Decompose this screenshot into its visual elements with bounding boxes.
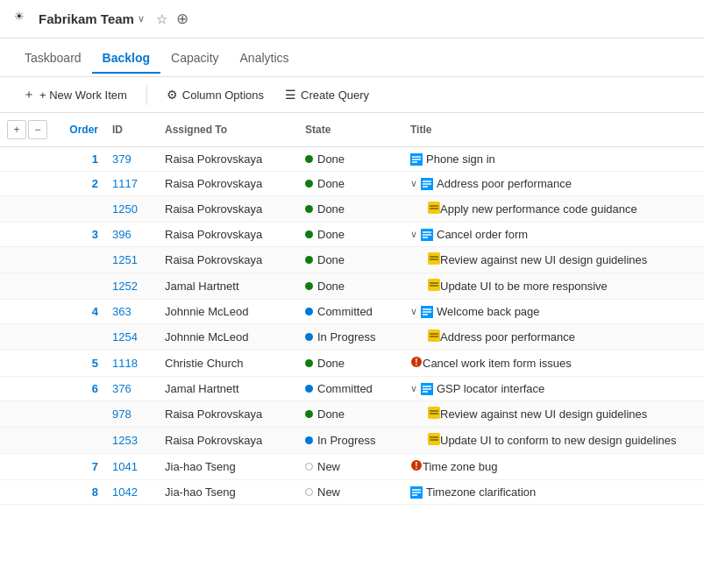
- cell-title: Update UI to conform to new design guide…: [403, 428, 704, 454]
- state-label: Done: [317, 407, 345, 421]
- cell-id[interactable]: 396: [105, 223, 158, 247]
- state-label: Done: [317, 357, 345, 370]
- cell-id[interactable]: 978: [105, 401, 158, 428]
- tab-taskboard[interactable]: Taskboard: [14, 42, 92, 74]
- expand-chevron-icon[interactable]: ∨: [410, 306, 417, 317]
- table-row: 6376Jamal HartnettCommitted∨GSP locator …: [0, 377, 704, 401]
- cell-id[interactable]: 1252: [105, 273, 158, 300]
- work-item-title-link[interactable]: Timezone clarification: [426, 485, 536, 499]
- work-item-id-link[interactable]: 1252: [112, 280, 138, 293]
- cell-order: [61, 324, 105, 351]
- cell-assigned-to: Johnnie McLeod: [158, 324, 298, 351]
- work-item-type-icon: [410, 486, 423, 499]
- expand-chevron-icon[interactable]: ∨: [410, 229, 417, 240]
- work-item-id-link[interactable]: 396: [112, 228, 132, 241]
- work-item-id-link[interactable]: 1253: [112, 434, 138, 447]
- work-item-title-link[interactable]: Update UI to conform to new design guide…: [440, 434, 677, 447]
- cell-assigned-to: Jamal Hartnett: [158, 377, 298, 401]
- work-item-type-icon: !: [410, 356, 423, 371]
- cell-id[interactable]: 1254: [105, 324, 158, 351]
- work-item-id-link[interactable]: 1118: [112, 357, 138, 370]
- work-item-id-link[interactable]: 376: [112, 382, 132, 395]
- column-options-label: Column Options: [182, 89, 264, 102]
- work-item-title-link[interactable]: Address poor performance: [437, 177, 572, 190]
- work-item-type-icon: [421, 306, 433, 318]
- cell-id[interactable]: 376: [105, 377, 158, 401]
- work-item-id-link[interactable]: 1251: [112, 253, 138, 266]
- expand-chevron-icon[interactable]: ∨: [410, 178, 417, 189]
- column-options-button[interactable]: ⚙ Column Options: [158, 83, 273, 106]
- work-item-title-link[interactable]: Review against new UI design guidelines: [440, 407, 647, 421]
- cell-id[interactable]: 379: [105, 147, 158, 172]
- work-item-id-link[interactable]: 1042: [112, 485, 138, 499]
- expand-all-button[interactable]: +: [7, 120, 26, 139]
- work-item-title-link[interactable]: Welcome back page: [437, 305, 540, 318]
- cell-id[interactable]: 1250: [105, 196, 158, 223]
- row-toggle-cell: [0, 454, 61, 480]
- col-header-assigned: Assigned To: [158, 113, 298, 147]
- state-dot-icon: [305, 385, 313, 393]
- new-work-item-button[interactable]: ＋ + New Work Item: [14, 82, 136, 107]
- table-row: 51118Christie ChurchDone!Cancel work ite…: [0, 351, 704, 377]
- work-item-type-icon: [428, 202, 440, 216]
- work-item-type-icon: [428, 252, 440, 267]
- work-item-title-link[interactable]: Phone sign in: [426, 152, 495, 166]
- favorite-star-icon[interactable]: ☆: [156, 11, 167, 27]
- work-item-title-link[interactable]: GSP locator interface: [437, 382, 544, 395]
- work-item-type-icon: [428, 407, 440, 422]
- cell-state: New: [298, 454, 403, 480]
- work-item-id-link[interactable]: 1117: [112, 177, 138, 190]
- work-item-title-link[interactable]: Apply new performance code guidance: [440, 202, 637, 216]
- table-row: 1250Raisa PokrovskayaDoneApply new perfo…: [0, 196, 704, 223]
- create-query-button[interactable]: ☰ Create Query: [276, 83, 378, 106]
- state-label: In Progress: [317, 434, 375, 447]
- tab-capacity[interactable]: Capacity: [160, 42, 229, 74]
- cell-id[interactable]: 1041: [105, 454, 158, 480]
- add-member-icon[interactable]: ⊕: [176, 10, 188, 28]
- collapse-all-button[interactable]: −: [28, 120, 47, 139]
- state-label: In Progress: [317, 330, 375, 344]
- cell-assigned-to: Jia-hao Tseng: [158, 454, 298, 480]
- work-item-title-link[interactable]: Cancel work item form issues: [423, 357, 572, 370]
- app-header: ☀ Fabrikam Team ∨ ☆ ⊕: [0, 0, 704, 39]
- cell-id[interactable]: 1118: [105, 351, 158, 377]
- work-item-title-link[interactable]: Review against new UI design guidelines: [440, 253, 647, 266]
- work-item-id-link[interactable]: 363: [112, 305, 132, 318]
- state-dot-icon: [305, 180, 313, 188]
- cell-id[interactable]: 1042: [105, 480, 158, 505]
- table-row: 1251Raisa PokrovskayaDoneReview against …: [0, 247, 704, 273]
- work-item-type-icon: [421, 178, 433, 190]
- work-item-type-icon: [421, 229, 433, 241]
- state-dot-icon: [305, 205, 313, 213]
- state-label: New: [317, 460, 340, 473]
- cell-order: [61, 428, 105, 454]
- cell-id[interactable]: 1253: [105, 428, 158, 454]
- state-label: Committed: [317, 305, 373, 318]
- tab-analytics[interactable]: Analytics: [230, 42, 300, 74]
- work-item-id-link[interactable]: 978: [112, 407, 132, 421]
- svg-text:!: !: [415, 461, 417, 471]
- cell-title: Review against new UI design guidelines: [403, 247, 704, 273]
- cell-id[interactable]: 363: [105, 300, 158, 324]
- team-chevron-icon[interactable]: ∨: [138, 13, 145, 25]
- state-dot-icon: [305, 488, 313, 496]
- work-item-id-link[interactable]: 1250: [112, 202, 138, 216]
- work-item-id-link[interactable]: 1041: [112, 460, 138, 473]
- state-dot-icon: [305, 230, 313, 238]
- cell-order: [61, 196, 105, 223]
- table-header-row: + − Order ID Assigned To State Title: [0, 113, 704, 147]
- tab-backlog[interactable]: Backlog: [92, 42, 160, 74]
- table-body: 1379Raisa PokrovskayaDonePhone sign in21…: [0, 147, 704, 505]
- cell-id[interactable]: 1251: [105, 247, 158, 273]
- cell-order: 4: [61, 300, 105, 324]
- work-item-title-link[interactable]: Update UI to be more responsive: [440, 280, 608, 293]
- backlog-table-container: + − Order ID Assigned To State Title 137…: [0, 113, 704, 505]
- work-item-title-link[interactable]: Address poor performance: [440, 330, 575, 344]
- work-item-id-link[interactable]: 1254: [112, 330, 138, 344]
- work-item-title-link[interactable]: Time zone bug: [423, 460, 498, 473]
- expand-chevron-icon[interactable]: ∨: [410, 383, 417, 394]
- cell-id[interactable]: 1117: [105, 172, 158, 196]
- work-item-id-link[interactable]: 379: [112, 152, 132, 166]
- work-item-title-link[interactable]: Cancel order form: [437, 228, 528, 241]
- cell-order: 1: [61, 147, 105, 172]
